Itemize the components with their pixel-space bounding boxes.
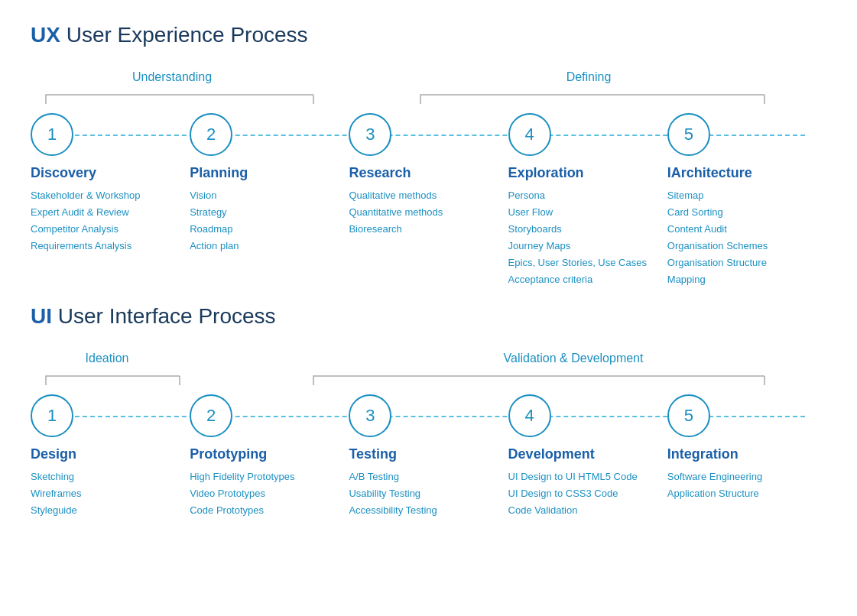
step-4: 4ExplorationPersonaUser FlowStoryboardsJ… — [508, 113, 667, 289]
step-items-1: Stakeholder & WorkshopExpert Audit & Rev… — [31, 187, 141, 255]
step-title-1: Design — [31, 446, 76, 462]
list-item: Acceptance criteria — [508, 271, 647, 288]
list-item: High Fidelity Prototypes — [190, 468, 294, 485]
step-5: 5IArchitectureSitemapCard SortingContent… — [667, 113, 826, 289]
step-title-1: Discovery — [31, 165, 96, 181]
svg-text:Ideation: Ideation — [86, 352, 129, 365]
step-items-5: SitemapCard SortingContent AuditOrganisa… — [667, 187, 768, 289]
list-item: Mapping — [667, 271, 768, 288]
list-item: Requirements Analysis — [31, 238, 141, 255]
step-circle-3: 3 — [349, 113, 391, 156]
list-item: Organisation Schemes — [667, 238, 768, 255]
list-item: Sitemap — [667, 187, 768, 204]
ui-title-rest: User Interface Process — [52, 304, 276, 328]
svg-text:Understanding: Understanding — [132, 70, 212, 83]
list-item: Code Prototypes — [190, 502, 294, 519]
list-item: Quantitative methods — [349, 204, 443, 221]
svg-text:Validation & Development: Validation & Development — [504, 352, 644, 365]
list-item: User Flow — [508, 204, 647, 221]
step-title-3: Testing — [349, 446, 397, 462]
step-title-5: IArchitecture — [667, 165, 752, 181]
step-1: 1DesignSketchingWireframesStyleguide — [31, 394, 190, 519]
list-item: Vision — [190, 187, 239, 204]
step-3: 3TestingA/B TestingUsability TestingAcce… — [349, 394, 508, 519]
step-2: 2PrototypingHigh Fidelity PrototypesVide… — [190, 394, 349, 519]
ui-section: UI User Interface Process Ideation Valid… — [31, 304, 826, 519]
list-item: Storyboards — [508, 221, 647, 238]
svg-text:Defining: Defining — [566, 70, 612, 83]
step-2: 2PlanningVisionStrategyRoadmapAction pla… — [190, 113, 349, 255]
step-5: 5IntegrationSoftware EngineeringApplicat… — [667, 394, 826, 502]
ui-process-row: 1DesignSketchingWireframesStyleguide2Pro… — [31, 394, 826, 519]
list-item: Wireframes — [31, 485, 81, 502]
step-circle-4: 4 — [508, 394, 551, 437]
list-item: Competitor Analysis — [31, 221, 141, 238]
ux-section: UX User Experience Process Understanding… — [31, 23, 826, 289]
ux-brackets: Understanding Defining — [31, 70, 826, 110]
list-item: Strategy — [190, 204, 239, 221]
ui-brackets: Ideation Validation & Development — [31, 352, 826, 391]
step-items-3: Qualitative methodsQuantitative methodsB… — [349, 187, 443, 238]
step-items-4: UI Design to UI HTML5 CodeUI Design to C… — [508, 468, 638, 519]
step-circle-3: 3 — [349, 394, 391, 437]
step-title-2: Prototyping — [190, 446, 267, 462]
step-circle-1: 1 — [31, 394, 73, 437]
step-circle-4: 4 — [508, 113, 551, 156]
ui-title: UI User Interface Process — [31, 304, 826, 329]
list-item: A/B Testing — [349, 468, 437, 485]
step-items-2: High Fidelity PrototypesVideo Prototypes… — [190, 468, 294, 519]
step-title-3: Research — [349, 165, 411, 181]
step-title-4: Exploration — [508, 165, 584, 181]
step-items-1: SketchingWireframesStyleguide — [31, 468, 81, 519]
list-item: Journey Maps — [508, 238, 647, 255]
ux-title-rest: User Experience Process — [60, 23, 308, 47]
step-items-5: Software EngineeringApplication Structur… — [667, 468, 762, 502]
step-circle-1: 1 — [31, 113, 73, 156]
ux-process-row: 1DiscoveryStakeholder & WorkshopExpert A… — [31, 113, 826, 289]
step-4: 4DevelopmentUI Design to UI HTML5 CodeUI… — [508, 394, 667, 519]
list-item: Styleguide — [31, 502, 81, 519]
step-1: 1DiscoveryStakeholder & WorkshopExpert A… — [31, 113, 190, 255]
step-circle-2: 2 — [190, 113, 232, 156]
list-item: Action plan — [190, 238, 239, 255]
list-item: Persona — [508, 187, 647, 204]
list-item: Application Structure — [667, 485, 762, 502]
step-title-4: Development — [508, 446, 595, 462]
step-title-5: Integration — [667, 446, 739, 462]
step-circle-5: 5 — [667, 113, 710, 156]
list-item: Usability Testing — [349, 485, 437, 502]
ui-prefix: UI — [31, 304, 52, 328]
list-item: Qualitative methods — [349, 187, 443, 204]
step-3: 3ResearchQualitative methodsQuantitative… — [349, 113, 508, 238]
step-circle-5: 5 — [667, 394, 710, 437]
list-item: Video Prototypes — [190, 485, 294, 502]
list-item: Card Sorting — [667, 204, 768, 221]
list-item: Organisation Structure — [667, 255, 768, 271]
list-item: Roadmap — [190, 221, 239, 238]
step-items-3: A/B TestingUsability TestingAccessibilit… — [349, 468, 437, 519]
list-item: Stakeholder & Workshop — [31, 187, 141, 204]
step-items-2: VisionStrategyRoadmapAction plan — [190, 187, 239, 255]
list-item: UI Design to CSS3 Code — [508, 485, 638, 502]
list-item: Accessibility Testing — [349, 502, 437, 519]
list-item: Content Audit — [667, 221, 768, 238]
list-item: Epics, User Stories, Use Cases — [508, 255, 647, 271]
step-title-2: Planning — [190, 165, 248, 181]
list-item: Sketching — [31, 468, 81, 485]
ux-title: UX User Experience Process — [31, 23, 826, 47]
ux-prefix: UX — [31, 23, 60, 47]
list-item: Code Validation — [508, 502, 638, 519]
list-item: Software Engineering — [667, 468, 762, 485]
list-item: Bioresearch — [349, 221, 443, 238]
step-circle-2: 2 — [190, 394, 232, 437]
step-items-4: PersonaUser FlowStoryboardsJourney MapsE… — [508, 187, 647, 289]
list-item: Expert Audit & Review — [31, 204, 141, 221]
list-item: UI Design to UI HTML5 Code — [508, 468, 638, 485]
